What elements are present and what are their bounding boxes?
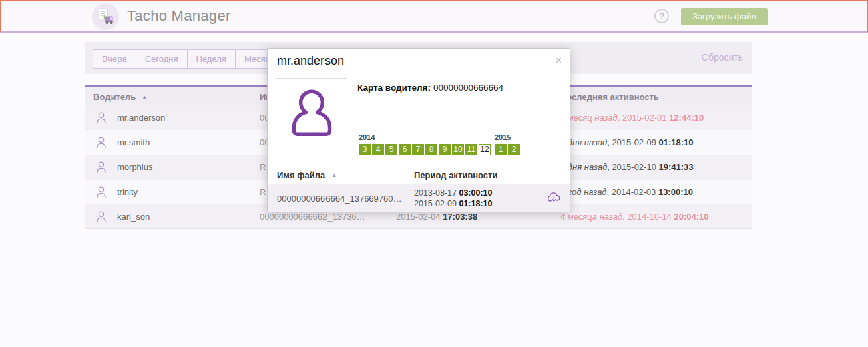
activity-relative: 4 месяца назад [560, 212, 622, 222]
file-name: 00000000666664_137669760… [277, 194, 402, 204]
last-activity: 1 год назад, 2014-02-03 13:00:10 [560, 187, 693, 197]
filter-week[interactable]: Неделя [187, 49, 236, 69]
driver-avatar-icon [96, 111, 107, 126]
truck-document-icon [97, 8, 115, 26]
modal-title: mr.anderson [277, 54, 344, 68]
app-header: Tacho Manager ? Загрузить файл [0, 0, 868, 33]
calendar-year-2014: 2014 3456789101112 [359, 133, 492, 155]
driver-file: 00000000666662_13736… [260, 212, 365, 222]
month-badge: 9 [439, 144, 451, 155]
month-badge-inactive: 12 [479, 144, 491, 155]
month-badge: 10 [452, 144, 464, 155]
period-from: 2013-08-17 03:00:10 [414, 188, 492, 198]
month-badge: 3 [359, 144, 371, 155]
driver-file: R [260, 162, 266, 172]
sort-asc-icon: ▲ [331, 172, 337, 178]
activity-date: , 2015-02-09 [607, 137, 656, 147]
driver-name: mr.smith [117, 137, 150, 147]
driver-avatar-icon [96, 210, 107, 225]
download-file-icon[interactable] [547, 192, 561, 206]
driver-avatar-icon [96, 136, 107, 151]
files-column-period: Период активности [414, 170, 497, 180]
period-to-date: 2015-02-09 [414, 199, 457, 208]
activity-date: , 2014-02-03 [607, 187, 656, 197]
activity-date: , 2015-02-01 [618, 113, 667, 123]
column-header-last-activity-label: Последняя активность [560, 92, 659, 102]
activity-time: 01:18:10 [659, 137, 694, 147]
person-icon [286, 87, 338, 149]
column-header-driver-label: Водитель [93, 92, 136, 102]
activity-date: , 2014-10-14 [622, 212, 672, 222]
month-badge: 1 [495, 144, 507, 155]
column-header-driver[interactable]: Водитель▲ [93, 92, 147, 102]
last-activity: 2 дня назад, 2015-02-10 19:41:33 [560, 162, 694, 172]
app-title: Tacho Manager [127, 7, 231, 25]
month-badge: 7 [412, 144, 424, 155]
filter-today[interactable]: Сегодня [136, 49, 188, 69]
month-badge: 8 [425, 144, 437, 155]
column-header-last-activity[interactable]: Последняя активность [560, 92, 659, 102]
driver-avatar-icon [96, 161, 107, 176]
month-badge: 5 [385, 144, 397, 155]
files-column-name[interactable]: Имя файла▲ [277, 170, 337, 180]
uploaded-at: 2015-02-04 17:03:38 [396, 212, 477, 222]
period-from-date: 2013-08-17 [414, 188, 457, 198]
calendar-months: 12 [495, 144, 521, 155]
driver-card-line: Карта водителя:00000000666664 [357, 83, 503, 93]
filter-yesterday[interactable]: Вчера [93, 49, 136, 69]
activity-date: , 2015-02-10 [607, 162, 656, 172]
calendar-year-2015: 2015 12 [495, 133, 521, 155]
uploaded-date: 2015-02-04 [396, 212, 441, 222]
reset-filters-link[interactable]: Сбросить [702, 52, 743, 63]
last-activity: 1 месяц назад, 2015-02-01 12:44:10 [560, 113, 704, 123]
uploaded-time: 17:03:38 [443, 212, 477, 222]
driver-file: R [260, 187, 266, 197]
files-table-header: Имя файла▲ Период активности [268, 165, 570, 184]
driver-avatar-icon [96, 186, 107, 200]
app-logo [92, 3, 119, 30]
files-column-name-label: Имя файла [277, 170, 325, 180]
activity-time: 20:04:10 [674, 212, 708, 222]
driver-name: mr.anderson [117, 113, 165, 123]
upload-file-button[interactable]: Загрузить файл [681, 8, 768, 25]
period-to-time: 01:18:10 [459, 199, 492, 208]
driver-name: morphius [117, 162, 152, 172]
driver-card-number: 00000000666664 [433, 83, 503, 93]
month-badge: 11 [465, 144, 477, 155]
driver-name: karl_son [117, 212, 150, 222]
month-badge: 4 [372, 144, 384, 155]
activity-calendar: 2014 3456789101112 2015 12 [359, 133, 521, 155]
close-icon[interactable]: × [556, 55, 562, 67]
file-activity-period: 2013-08-17 03:00:10 2015-02-09 01:18:10 [414, 188, 492, 209]
driver-name: trinity [117, 187, 138, 197]
calendar-months: 3456789101112 [359, 144, 492, 155]
period-to: 2015-02-09 01:18:10 [414, 199, 492, 208]
last-activity: 2 дня назад, 2015-02-09 01:18:10 [560, 137, 694, 147]
last-activity: 4 месяца назад, 2014-10-14 20:04:10 [560, 212, 709, 222]
month-badge: 2 [508, 144, 520, 155]
driver-photo-placeholder [276, 78, 347, 149]
activity-time: 12:44:10 [669, 113, 704, 123]
driver-card-label: Карта водителя: [357, 83, 431, 93]
month-badge: 6 [399, 144, 411, 155]
activity-time: 19:41:33 [659, 162, 694, 172]
calendar-year-label: 2015 [495, 133, 521, 141]
driver-details-modal: mr.anderson × Карта водителя:00000000666… [267, 48, 570, 212]
help-glyph: ? [659, 11, 665, 21]
help-icon[interactable]: ? [654, 9, 669, 23]
calendar-year-label: 2014 [359, 133, 492, 141]
sort-asc-icon: ▲ [142, 94, 147, 100]
activity-time: 13:00:10 [658, 187, 693, 197]
file-row[interactable]: 00000000666664_137669760… 2013-08-17 03:… [268, 184, 570, 212]
period-from-time: 03:00:10 [459, 188, 492, 198]
